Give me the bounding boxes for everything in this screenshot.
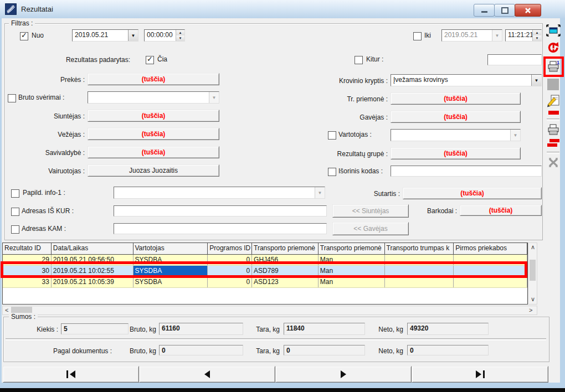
- spin-down-icon[interactable]: ▼: [176, 35, 184, 41]
- close-icon: [525, 7, 531, 14]
- table-cell[interactable]: Man: [319, 255, 385, 265]
- print-report-1-icon[interactable]: 1: [547, 60, 561, 74]
- table-cell[interactable]: 29: [3, 255, 52, 265]
- minimize-button[interactable]: [474, 4, 495, 17]
- vairuotojas-button[interactable]: Juozas Juozaitis: [88, 164, 219, 177]
- table-cell[interactable]: [454, 255, 527, 265]
- papild-info-checkbox[interactable]: ✓: [11, 189, 19, 198]
- restore-button[interactable]: [494, 4, 515, 17]
- adresas-is-kur-checkbox[interactable]: ✓: [11, 208, 19, 216]
- rezultatu-grupe-button[interactable]: (tuščia): [391, 147, 521, 159]
- table-cell[interactable]: GHJ456: [252, 255, 319, 265]
- toolbar-separator: [547, 152, 559, 154]
- table-cell[interactable]: 2019.05.21 10:02:55: [52, 266, 133, 276]
- scroll-down-icon[interactable]: ∨: [531, 296, 535, 302]
- vezejas-button[interactable]: (tuščia): [88, 128, 219, 140]
- scroll-right-icon[interactable]: >: [529, 307, 532, 313]
- check-icon: ✓: [147, 55, 153, 63]
- column-header[interactable]: Transporto priemonė: [319, 243, 385, 254]
- adresas-is-kur-label: Adresas IŠ KUR :: [22, 207, 74, 215]
- table-cell[interactable]: [454, 277, 527, 287]
- krovinio-kryptis-dropdown[interactable]: Įvežamas krovinys ▼: [391, 74, 542, 86]
- column-header[interactable]: Programos ID: [208, 243, 252, 254]
- iki-time-spinner[interactable]: 11:21:21 ▲▼: [505, 29, 542, 42]
- table-cell[interactable]: [385, 255, 454, 265]
- table-cell[interactable]: 0: [208, 266, 252, 276]
- edit-results-icon[interactable]: [547, 94, 561, 108]
- next-record-button[interactable]: [275, 366, 412, 383]
- vartotojas-checkbox[interactable]: ✓: [328, 131, 336, 140]
- column-header[interactable]: Data/Laikas: [52, 243, 133, 254]
- isorinis-kodas-checkbox[interactable]: ✓: [328, 168, 336, 176]
- chevron-down-icon[interactable]: ▼: [128, 30, 138, 41]
- scroll-up-icon[interactable]: ∧: [531, 244, 535, 250]
- table-cell[interactable]: 2019.05.21 09:56:50: [52, 255, 133, 265]
- tr-priemone-button[interactable]: (tuščia): [391, 92, 521, 105]
- table-cell[interactable]: [385, 266, 454, 276]
- adresas-kam-checkbox[interactable]: ✓: [11, 225, 19, 234]
- horizontal-scrollbar[interactable]: < >: [2, 306, 537, 315]
- table-cell[interactable]: Man: [319, 266, 385, 276]
- adresas-is-kur-input[interactable]: [114, 205, 327, 216]
- cia-checkbox[interactable]: ✓: [146, 56, 154, 64]
- table-row[interactable]: 332019.05.21 10:05:39SYSDBA0ASD123Man: [3, 277, 527, 288]
- expand-view-icon[interactable]: [546, 23, 561, 38]
- remove-line-icon[interactable]: [548, 111, 559, 115]
- kitur-input[interactable]: [487, 54, 542, 65]
- table-cell[interactable]: SYSDBA: [133, 266, 208, 276]
- table-cell[interactable]: ASD789: [252, 266, 319, 276]
- sutartis-button[interactable]: (tuščia): [403, 187, 542, 199]
- prekes-button[interactable]: (tuščia): [88, 73, 219, 85]
- gavejas-button[interactable]: (tuščia): [391, 111, 521, 123]
- siuntejas-button[interactable]: (tuščia): [88, 110, 219, 122]
- table-row[interactable]: 302019.05.21 10:02:55SYSDBA0ASD789Man: [3, 266, 527, 277]
- kitur-checkbox[interactable]: ✓: [355, 56, 363, 64]
- nuo-time-spinner[interactable]: 00:00:00 ▲▼: [144, 29, 185, 42]
- table-cell[interactable]: Man: [319, 277, 385, 287]
- spin-up-icon[interactable]: ▲: [533, 30, 541, 35]
- sums-group-label: Sumos :: [9, 313, 38, 321]
- table-row[interactable]: 292019.05.21 09:56:50SYSDBA0GHJ456Man: [3, 255, 527, 266]
- next-record-icon: [341, 370, 346, 378]
- first-record-button[interactable]: [3, 366, 139, 383]
- remove-lines-icon[interactable]: [549, 139, 559, 142]
- close-button[interactable]: [515, 4, 541, 17]
- scroll-left-icon[interactable]: <: [5, 307, 8, 313]
- iki-checkbox[interactable]: ✓: [413, 32, 422, 40]
- refresh-warning-icon[interactable]: [546, 40, 561, 55]
- table-cell[interactable]: [385, 277, 454, 287]
- isorinis-kodas-input[interactable]: [391, 166, 542, 177]
- barkodai-button[interactable]: (tuščia): [460, 205, 542, 216]
- vartotojas-value: [391, 130, 510, 141]
- table-cell[interactable]: 33: [3, 277, 52, 287]
- spin-up-icon[interactable]: ▲: [176, 30, 184, 35]
- column-header[interactable]: Pirmos priekabos: [454, 243, 527, 254]
- adresas-kam-input[interactable]: [114, 223, 327, 234]
- table-cell[interactable]: 0: [208, 277, 252, 287]
- chevron-down-icon[interactable]: ▼: [531, 75, 541, 86]
- screen-bottom-bar: [0, 388, 565, 392]
- nuo-checkbox[interactable]: ✓: [20, 32, 28, 40]
- last-record-button[interactable]: [412, 366, 548, 383]
- table-cell[interactable]: 2019.05.21 10:05:39: [52, 277, 133, 287]
- table-cell[interactable]: SYSDBA: [133, 277, 208, 287]
- column-header[interactable]: Transporto trumpas k: [385, 243, 454, 254]
- table-cell[interactable]: [454, 266, 527, 276]
- table-cell[interactable]: 30: [3, 266, 52, 276]
- previous-record-button[interactable]: [139, 366, 275, 383]
- print-report-2-icon[interactable]: [547, 123, 561, 137]
- vertical-scrollbar[interactable]: ∧ ∨: [528, 243, 537, 305]
- spin-down-icon[interactable]: ▼: [533, 35, 541, 41]
- table-cell[interactable]: SYSDBA: [133, 255, 208, 265]
- column-header[interactable]: Rezultato ID: [3, 243, 52, 254]
- tara-total-value: 11840: [284, 323, 365, 335]
- nuo-label: Nuo: [32, 32, 44, 39]
- table-cell[interactable]: ASD123: [252, 277, 319, 287]
- savivaldybe-button[interactable]: (tuščia): [88, 146, 219, 158]
- column-header[interactable]: Vartotojas: [133, 243, 208, 254]
- bruto-sverimai-checkbox[interactable]: ✓: [8, 94, 16, 102]
- table-cell[interactable]: 0: [208, 255, 252, 265]
- nuo-date-dropdown[interactable]: 2019.05.21 ▼: [72, 29, 138, 42]
- column-header[interactable]: Transporto priemonė: [252, 243, 319, 254]
- vertical-scroll-thumb[interactable]: [530, 260, 536, 281]
